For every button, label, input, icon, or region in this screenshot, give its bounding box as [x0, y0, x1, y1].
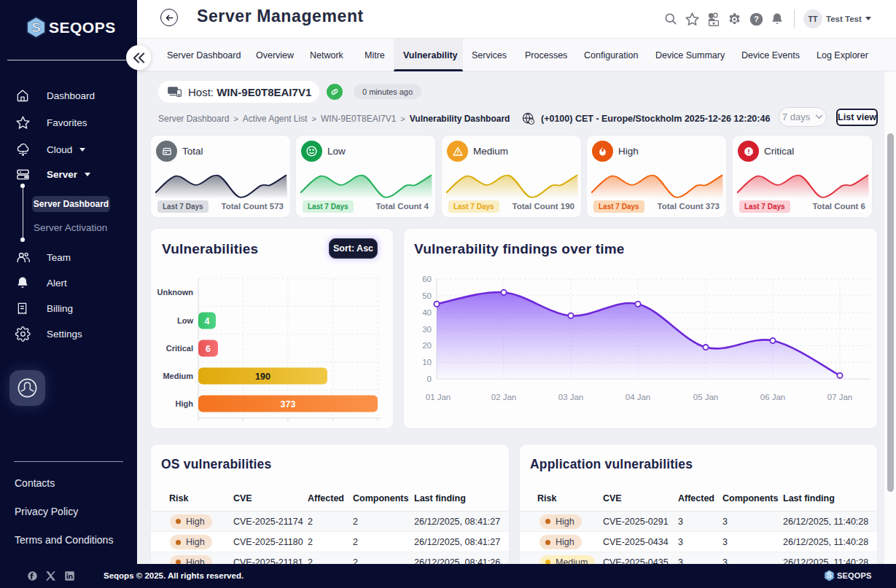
svg-text:190: 190: [255, 372, 270, 382]
svg-text:Low: Low: [177, 316, 193, 325]
svg-text:4: 4: [205, 316, 210, 326]
svg-text:06 Jan: 06 Jan: [760, 393, 786, 401]
svg-text:01 Jan: 01 Jan: [426, 393, 451, 401]
svg-text:40: 40: [422, 308, 432, 317]
svg-text:30: 30: [422, 325, 432, 334]
svg-text:0: 0: [427, 375, 432, 383]
svg-text:High: High: [176, 399, 194, 408]
svg-text:07 Jan: 07 Jan: [827, 393, 853, 401]
svg-text:10: 10: [422, 358, 432, 366]
svg-text:Critical: Critical: [166, 344, 193, 353]
svg-text:60: 60: [422, 275, 432, 283]
svg-text:S: S: [31, 20, 41, 35]
svg-text:50: 50: [422, 291, 432, 300]
svg-text:05 Jan: 05 Jan: [693, 393, 719, 401]
svg-text:03 Jan: 03 Jan: [558, 393, 584, 401]
svg-text:S: S: [827, 571, 832, 579]
svg-text:Unknown: Unknown: [157, 288, 194, 297]
svg-text:20: 20: [422, 341, 432, 350]
svg-text:6: 6: [206, 344, 211, 354]
svg-text:373: 373: [281, 399, 296, 409]
svg-text:02 Jan: 02 Jan: [491, 393, 517, 401]
svg-text:Medium: Medium: [163, 372, 193, 380]
svg-text:04 Jan: 04 Jan: [626, 393, 651, 401]
svg-text:?: ?: [754, 15, 759, 23]
